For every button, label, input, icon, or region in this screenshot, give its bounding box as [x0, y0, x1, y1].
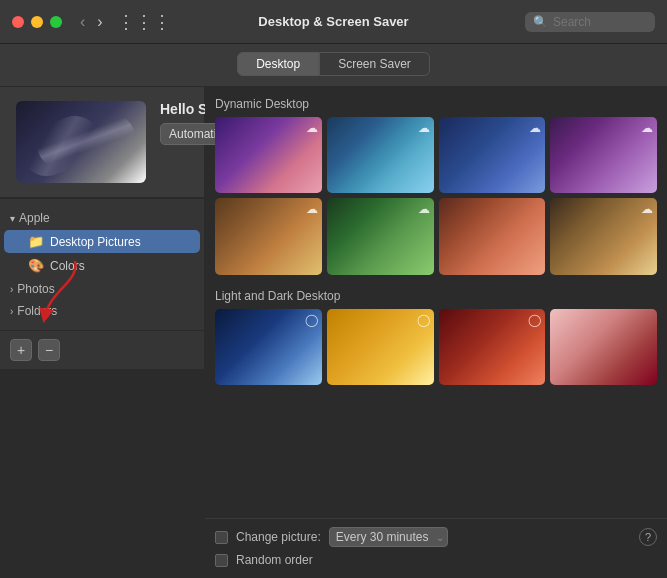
- sidebar-section-label-apple: Apple: [19, 211, 50, 225]
- cloud-icon-3: ☁: [529, 121, 541, 135]
- cloud-icon-ld1: ◯: [305, 313, 318, 327]
- cloud-icon-ld3: ◯: [528, 313, 541, 327]
- wallpaper-thumb-6[interactable]: ☁: [327, 198, 434, 274]
- section-label-light-dark: Light and Dark Desktop: [215, 289, 657, 303]
- sidebar-section-label-photos: Photos: [17, 282, 54, 296]
- section-label-dynamic: Dynamic Desktop: [215, 97, 657, 111]
- dynamic-desktop-grid: ☁ ☁ ☁ ☁ ☁ ☁ ☁: [215, 117, 657, 275]
- add-button[interactable]: +: [10, 339, 32, 361]
- wallpaper-thumb-2[interactable]: ☁: [327, 117, 434, 193]
- maximize-button[interactable]: [50, 16, 62, 28]
- cloud-icon-ld2: ◯: [417, 313, 430, 327]
- bottom-options: Change picture: Every 5 seconds Every mi…: [205, 518, 667, 575]
- sidebar-bottom: + −: [0, 330, 204, 369]
- random-order-label: Random order: [236, 553, 313, 567]
- random-order-row: Random order: [215, 553, 657, 567]
- cloud-icon-8: ☁: [641, 202, 653, 216]
- window-title: Desktop & Screen Saver: [258, 14, 408, 29]
- search-box[interactable]: 🔍: [525, 12, 655, 32]
- change-picture-row: Change picture: Every 5 seconds Every mi…: [215, 527, 657, 547]
- forward-arrow[interactable]: ›: [93, 11, 106, 33]
- wallpaper-ld-thumb-3[interactable]: ◯: [439, 309, 546, 385]
- wallpaper-thumb-1[interactable]: ☁: [215, 117, 322, 193]
- sidebar: ▾ Apple 📁 Desktop Pictures 🎨 Colors › Ph…: [0, 199, 205, 369]
- traffic-lights: [12, 16, 62, 28]
- change-picture-label: Change picture:: [236, 530, 321, 544]
- remove-button[interactable]: −: [38, 339, 60, 361]
- sidebar-section-apple[interactable]: ▾ Apple: [0, 207, 204, 229]
- preview-section: Hello Silver Automatic Light Dark ⬡: [0, 87, 204, 199]
- wallpaper-thumb-8[interactable]: ☁: [550, 198, 657, 274]
- sidebar-item-label-desktop-pictures: Desktop Pictures: [50, 235, 141, 249]
- interval-dropdown-wrap[interactable]: Every 5 seconds Every minute Every 5 min…: [329, 527, 448, 547]
- close-button[interactable]: [12, 16, 24, 28]
- nav-arrows: ‹ ›: [76, 11, 107, 33]
- colors-icon: 🎨: [28, 258, 44, 273]
- wallpaper-ld-thumb-4[interactable]: [550, 309, 657, 385]
- sidebar-section-folders[interactable]: › Folders: [0, 300, 204, 322]
- wallpaper-thumb-7[interactable]: [439, 198, 546, 274]
- main-content: Hello Silver Automatic Light Dark ⬡: [0, 87, 667, 575]
- search-input[interactable]: [553, 15, 647, 29]
- sidebar-section-label-folders: Folders: [17, 304, 57, 318]
- cloud-icon-5: ☁: [306, 202, 318, 216]
- cloud-icon-4: ☁: [641, 121, 653, 135]
- tab-screen-saver[interactable]: Screen Saver: [319, 52, 430, 76]
- back-arrow[interactable]: ‹: [76, 11, 89, 33]
- interval-select[interactable]: Every 5 seconds Every minute Every 5 min…: [329, 527, 448, 547]
- search-icon: 🔍: [533, 15, 548, 29]
- title-bar: ‹ › ⋮⋮⋮ Desktop & Screen Saver 🔍: [0, 0, 667, 44]
- wallpaper-ld-thumb-2[interactable]: ◯: [327, 309, 434, 385]
- tab-bar: Desktop Screen Saver: [0, 44, 667, 87]
- change-picture-checkbox[interactable]: [215, 531, 228, 544]
- random-order-checkbox[interactable]: [215, 554, 228, 567]
- sidebar-section-photos[interactable]: › Photos: [0, 278, 204, 300]
- wallpaper-thumb-3[interactable]: ☁: [439, 117, 546, 193]
- wallpaper-ld-thumb-1[interactable]: ◯: [215, 309, 322, 385]
- chevron-right-icon: ›: [10, 284, 13, 295]
- grid-icon[interactable]: ⋮⋮⋮: [117, 11, 171, 33]
- chevron-right-icon-2: ›: [10, 306, 13, 317]
- tab-desktop[interactable]: Desktop: [237, 52, 319, 76]
- folder-icon: 📁: [28, 234, 44, 249]
- sidebar-list: ▾ Apple 📁 Desktop Pictures 🎨 Colors › Ph…: [0, 199, 204, 330]
- sidebar-item-colors[interactable]: 🎨 Colors: [4, 254, 200, 277]
- wallpaper-area: Dynamic Desktop ☁ ☁ ☁ ☁ ☁ ☁: [205, 87, 667, 518]
- cloud-icon-2: ☁: [418, 121, 430, 135]
- minimize-button[interactable]: [31, 16, 43, 28]
- cloud-icon-6: ☁: [418, 202, 430, 216]
- help-button[interactable]: ?: [639, 528, 657, 546]
- light-dark-grid: ◯ ◯ ◯: [215, 309, 657, 385]
- wallpaper-thumb-4[interactable]: ☁: [550, 117, 657, 193]
- chevron-down-icon: ▾: [10, 213, 15, 224]
- sidebar-item-desktop-pictures[interactable]: 📁 Desktop Pictures: [4, 230, 200, 253]
- preview-thumbnail: [16, 101, 146, 183]
- cloud-icon-1: ☁: [306, 121, 318, 135]
- wallpaper-thumb-5[interactable]: ☁: [215, 198, 322, 274]
- sidebar-item-label-colors: Colors: [50, 259, 85, 273]
